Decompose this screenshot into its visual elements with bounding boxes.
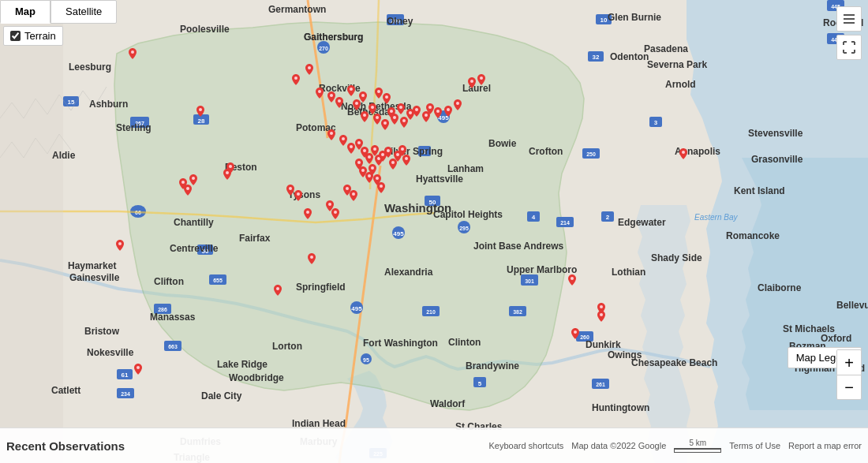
terrain-control[interactable]: Terrain [3, 26, 63, 46]
map-pin[interactable] [434, 107, 442, 118]
terrain-checkbox[interactable] [10, 31, 21, 41]
svg-point-112 [387, 149, 390, 152]
svg-point-81 [350, 88, 353, 91]
terms-of-use[interactable]: Terms of Use [729, 441, 780, 450]
svg-point-121 [376, 177, 379, 180]
map-pin[interactable] [304, 208, 312, 219]
svg-text:214: 214 [560, 220, 570, 226]
map-pin[interactable] [384, 147, 392, 158]
map-pin[interactable] [129, 48, 137, 59]
map-pin[interactable] [196, 106, 204, 117]
map-tabs: Map Satellite [0, 0, 117, 24]
svg-text:210: 210 [426, 309, 436, 315]
map-pin[interactable] [339, 135, 347, 146]
map-pin[interactable] [477, 74, 485, 85]
svg-point-104 [342, 137, 345, 140]
map-pin[interactable] [381, 119, 389, 130]
svg-point-100 [456, 102, 459, 105]
svg-point-129 [306, 211, 309, 214]
svg-point-74 [131, 50, 134, 54]
recent-observations[interactable]: Recent Observations [6, 439, 125, 453]
svg-text:200: 200 [391, 18, 400, 24]
map-pin[interactable] [402, 155, 410, 166]
svg-text:5: 5 [478, 380, 482, 387]
svg-text:50: 50 [202, 248, 209, 255]
map-pin[interactable] [189, 174, 197, 185]
map-container: 495 495 495 95 66 267 50 50 295 301 4 2 [0, 0, 868, 463]
layers-button[interactable] [836, 6, 862, 32]
report-error[interactable]: Report a map error [788, 441, 862, 450]
svg-text:250: 250 [586, 151, 596, 157]
map-pin[interactable] [335, 97, 343, 108]
map-pin[interactable] [294, 190, 302, 201]
map-pin[interactable] [316, 88, 324, 99]
map-pin[interactable] [286, 185, 294, 196]
svg-point-94 [409, 111, 412, 114]
tab-satellite[interactable]: Satellite [51, 0, 117, 24]
map-svg: 495 495 495 95 66 267 50 50 295 301 4 2 [0, 0, 868, 463]
map-pin[interactable] [305, 64, 313, 75]
layers-icon [842, 12, 856, 26]
tab-map[interactable]: Map [0, 0, 51, 24]
map-pin[interactable] [413, 106, 421, 117]
map-pin[interactable] [184, 185, 192, 196]
map-pin[interactable] [223, 169, 231, 180]
svg-text:2: 2 [606, 214, 610, 221]
map-pin[interactable] [568, 274, 576, 286]
map-pin[interactable] [361, 111, 369, 122]
svg-text:234: 234 [121, 391, 130, 397]
svg-point-140 [600, 305, 603, 308]
svg-text:50: 50 [429, 199, 436, 206]
map-pin[interactable] [373, 114, 381, 125]
map-pin[interactable] [327, 129, 335, 140]
map-pin[interactable] [347, 143, 355, 154]
map-pin[interactable] [679, 148, 687, 159]
map-pin[interactable] [308, 253, 316, 264]
keyboard-shortcuts[interactable]: Keyboard shortcuts [488, 441, 563, 450]
map-pin[interactable] [571, 328, 579, 339]
svg-point-126 [334, 211, 337, 214]
map-pin[interactable] [391, 114, 398, 125]
map-pin[interactable] [468, 77, 476, 88]
map-pin[interactable] [597, 311, 605, 322]
map-pin[interactable] [426, 103, 434, 114]
map-pin[interactable] [369, 103, 376, 114]
map-pin[interactable] [397, 103, 405, 114]
svg-text:15: 15 [68, 99, 75, 106]
map-pin[interactable] [327, 91, 335, 103]
map-pin[interactable] [383, 93, 391, 104]
svg-point-103 [330, 132, 333, 135]
svg-point-93 [402, 119, 406, 122]
map-pin[interactable] [134, 364, 142, 375]
map-pin[interactable] [116, 240, 124, 251]
svg-point-88 [376, 116, 379, 119]
svg-point-109 [373, 147, 376, 151]
svg-point-125 [328, 203, 331, 206]
svg-text:270: 270 [319, 46, 328, 51]
svg-point-85 [377, 90, 380, 93]
zoom-out-button[interactable]: − [836, 375, 862, 400]
map-pin[interactable] [331, 208, 339, 219]
map-pin[interactable] [274, 285, 282, 296]
svg-point-115 [401, 147, 404, 151]
svg-point-91 [393, 116, 396, 119]
map-pin[interactable] [444, 106, 452, 117]
svg-point-128 [276, 287, 279, 290]
fullscreen-button[interactable] [836, 35, 862, 60]
svg-point-131 [289, 187, 292, 190]
svg-point-92 [399, 106, 402, 109]
svg-point-116 [405, 157, 408, 160]
zoom-in-button[interactable]: + [836, 349, 862, 375]
svg-point-79 [330, 94, 333, 97]
map-pin[interactable] [292, 74, 300, 85]
map-pin[interactable] [359, 91, 367, 103]
map-pin[interactable] [454, 99, 462, 110]
svg-point-76 [294, 77, 297, 80]
map-pin[interactable] [347, 85, 355, 96]
map-pin[interactable] [350, 190, 357, 201]
map-pin[interactable] [369, 164, 376, 175]
map-pin[interactable] [375, 88, 383, 99]
svg-text:261: 261 [596, 382, 605, 387]
scale-line [674, 448, 721, 453]
map-pin[interactable] [377, 182, 385, 193]
